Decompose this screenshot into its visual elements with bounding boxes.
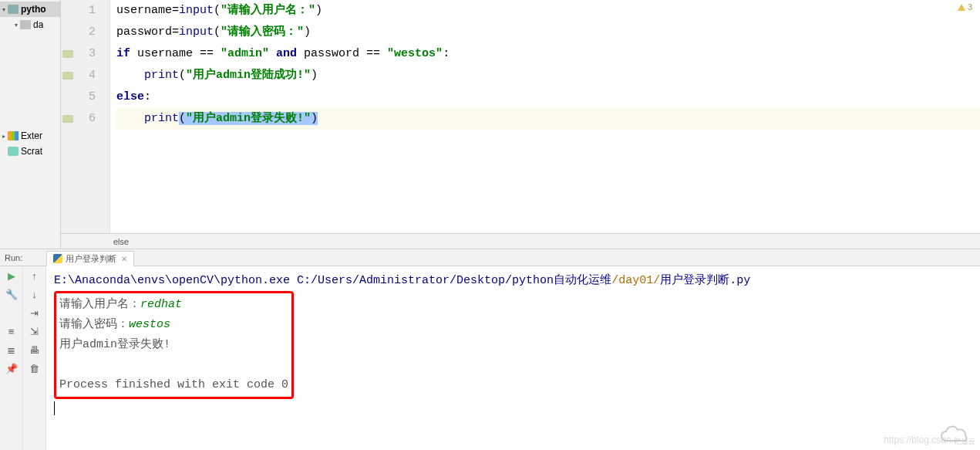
tree-label: Scrat [21,146,42,157]
folder-icon [20,20,31,29]
run-header: Run: 用户登录判断 ✕ [0,249,980,266]
up-arrow-icon[interactable]: ↑ [29,269,41,282]
breadcrumb-item[interactable]: else [113,237,129,246]
trash-icon[interactable]: 🗑 [29,362,41,374]
code-content[interactable]: username=input("请输入用户名：")password=input(… [110,0,980,233]
folder-icon [8,5,19,14]
library-icon [8,131,19,140]
code-editor[interactable]: 3 1 2 3 4 5 6 username=input("请输入用户名：")p… [61,0,980,249]
tree-item-project[interactable]: ▾ pytho [0,2,60,17]
tree-label: Exter [21,130,42,141]
code-line[interactable]: print("用户admin登陆成功!") [116,65,980,86]
console-line: 请输入密码：westos [59,315,288,335]
line-number[interactable]: 1 [61,0,96,22]
down-arrow-icon[interactable]: ↓ [29,288,41,300]
tree-label: da [33,19,43,30]
gutter-method-icon [62,50,73,58]
code-line[interactable]: password=input("请输入密码：") [116,22,980,43]
highlighted-output-box: 请输入用户名：redhat 请输入密码：westos 用户admin登录失败! … [54,291,294,399]
stop-icon[interactable]: 🔧 [5,288,18,300]
run-tab[interactable]: 用户登录判断 ✕ [46,251,134,266]
chevron-right-icon[interactable]: ▸ [0,132,8,140]
layout2-icon[interactable]: ≣ [5,343,18,356]
chevron-down-icon[interactable]: ▾ [0,5,8,13]
chevron-down-icon[interactable]: ▾ [12,21,20,29]
gutter-method-icon [62,72,73,80]
code-line[interactable]: else: [116,86,980,108]
close-icon[interactable]: ✕ [121,255,127,263]
console-line: 请输入用户名：redhat [59,295,288,315]
console-line: 用户admin登录失败! [59,335,288,355]
print-icon[interactable]: 🖶 [29,343,41,356]
gutter-method-icon [62,115,73,123]
run-toolbar-left: ▶ 🔧 ≡ ≣ 📌 [0,266,23,450]
code-line[interactable]: if username == "admin" and password == "… [116,43,980,65]
brand-logo: 亿速云 [937,425,975,447]
line-number[interactable]: 5 [61,86,96,108]
pin-icon[interactable]: 📌 [5,362,18,374]
run-tool-window: Run: 用户登录判断 ✕ ▶ 🔧 ≡ ≣ 📌 ↑ ↓ ⇥ ⇲ 🖶 🗑 E:\A… [0,249,980,450]
console-line: Process finished with exit code 0 [59,375,288,395]
soft-wrap-icon[interactable]: ⇥ [29,306,41,319]
tree-item-folder[interactable]: ▾ da [0,17,60,32]
run-tab-title: 用户登录判断 [66,253,116,265]
scroll-icon[interactable]: ⇲ [29,325,41,337]
tree-item-scratches[interactable]: Scrat [0,144,60,159]
down-icon[interactable] [5,306,18,319]
layout-icon[interactable]: ≡ [5,325,18,337]
run-label: Run: [0,253,46,262]
line-number[interactable]: 2 [61,22,96,43]
code-line[interactable]: print("用户admin登录失败!") [116,108,980,130]
scratch-icon [8,147,19,156]
project-sidebar[interactable]: ▾ pytho ▾ da ▸ Exter Scrat [0,0,61,249]
breadcrumb-bar[interactable]: else [61,233,980,249]
code-line[interactable]: username=input("请输入用户名：") [116,0,980,22]
console-cursor-line [54,399,972,419]
rerun-icon[interactable]: ▶ [5,269,18,282]
tree-item-external[interactable]: ▸ Exter [0,128,60,144]
python-icon [53,254,62,263]
line-gutter[interactable]: 1 2 3 4 5 6 [61,0,110,233]
interpreter-path: E:\Anaconda\envs\openCV\python.exe [54,274,290,287]
run-toolbar-right: ↑ ↓ ⇥ ⇲ 🖶 🗑 [23,266,46,450]
tree-label: pytho [21,4,46,15]
console-output[interactable]: E:\Anaconda\envs\openCV\python.exe C:/Us… [46,266,980,450]
console-line: E:\Anaconda\envs\openCV\python.exe C:/Us… [54,271,972,291]
